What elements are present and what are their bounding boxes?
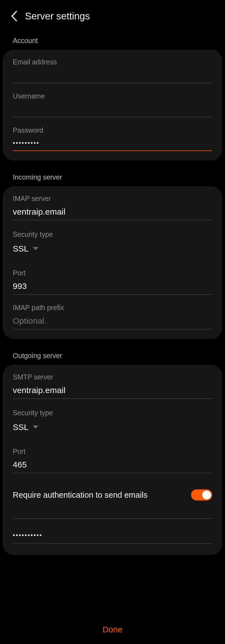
card-incoming: IMAP server ventraip.email Security type… <box>3 186 222 339</box>
back-button[interactable] <box>6 8 22 24</box>
incoming-security-label: Security type <box>13 230 212 238</box>
incoming-security-select[interactable]: SSL <box>13 241 212 259</box>
chevron-left-icon <box>10 10 18 22</box>
imap-path-prefix-label: IMAP path prefix <box>13 304 212 312</box>
card-account: Email address Username Password ••••••••… <box>3 50 222 160</box>
incoming-port-label: Port <box>13 269 212 277</box>
section-label-account: Account <box>3 33 222 50</box>
email-field[interactable] <box>13 69 212 83</box>
chevron-down-icon <box>32 247 39 251</box>
imap-path-prefix-field[interactable]: Optional. <box>13 315 212 329</box>
outgoing-security-label: Security type <box>13 409 212 417</box>
page-title: Server settings <box>25 11 90 22</box>
imap-server-label: IMAP server <box>13 195 212 203</box>
smtp-server-label: SMTP server <box>13 373 212 381</box>
outgoing-port-field[interactable]: 465 <box>13 458 212 473</box>
card-outgoing: SMTP server ventraip.email Security type… <box>3 365 222 555</box>
smtp-server-field[interactable]: ventraip.email <box>13 384 212 399</box>
outgoing-security-select[interactable]: SSL <box>13 420 212 437</box>
username-label: Username <box>13 92 212 100</box>
incoming-security-value: SSL <box>13 244 29 253</box>
chevron-down-icon <box>32 425 39 429</box>
username-field[interactable] <box>13 103 212 117</box>
outgoing-security-value: SSL <box>13 422 29 432</box>
outgoing-password-field[interactable]: •••••••••• <box>13 530 212 544</box>
email-label: Email address <box>13 58 212 66</box>
require-auth-label: Require authentication to send emails <box>13 490 148 500</box>
outgoing-port-label: Port <box>13 447 212 456</box>
password-field[interactable]: ••••••••• <box>13 137 212 151</box>
require-auth-toggle[interactable] <box>191 489 212 500</box>
section-label-outgoing: Outgoing server <box>3 348 222 365</box>
password-label: Password <box>13 126 212 134</box>
done-button[interactable]: Done <box>102 625 122 634</box>
incoming-port-field[interactable]: 993 <box>13 280 212 295</box>
section-label-incoming: Incoming server <box>3 169 222 186</box>
imap-server-field[interactable]: ventraip.email <box>13 205 212 220</box>
toggle-knob <box>202 490 211 499</box>
